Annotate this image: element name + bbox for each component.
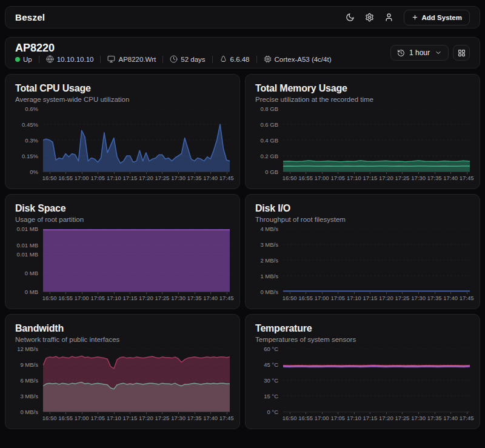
y-axis: 4 MB/s3 MB/s2 MB/s1 MB/s0 MB/s (255, 229, 283, 292)
chart-canvas (283, 229, 470, 292)
theme-toggle-button[interactable] (346, 13, 355, 22)
y-tick-label: 0 MB/s (20, 409, 38, 415)
user-icon (384, 13, 393, 22)
x-tick-mark (146, 172, 147, 174)
x-tick-label: 17:40 (443, 175, 458, 181)
chart-plot-area[interactable]: 16:5016:5517:0017:0517:1017:1517:2017:25… (283, 349, 470, 412)
x-tick-mark (210, 412, 211, 414)
x-tick-label: 17:05 (90, 415, 105, 421)
x-tick-mark (114, 412, 115, 414)
y-tick-label: 0% (30, 169, 38, 175)
chart-title: Disk I/O (255, 203, 470, 214)
chart-title: Temperature (255, 323, 470, 334)
chart-subtitle: Network traffic of public interfaces (15, 336, 230, 343)
x-tick-label: 17:35 (187, 175, 202, 181)
x-tick-mark (210, 292, 211, 294)
system-kernel: 6.6.48 (219, 55, 250, 63)
add-system-button[interactable]: Add System (404, 10, 470, 25)
x-tick-mark (162, 292, 162, 294)
x-tick-mark (402, 412, 403, 414)
x-tick-mark (130, 292, 130, 294)
y-tick-label: 3 MB/s (260, 241, 278, 248)
chart-plot-area[interactable]: 16:5016:5517:0017:0517:1017:1517:2017:25… (43, 229, 230, 292)
x-tick-mark (65, 172, 66, 174)
y-tick-label: 0 MB/s (260, 289, 278, 295)
x-tick-label: 17:35 (187, 295, 202, 301)
x-tick-label: 17:15 (363, 415, 377, 421)
x-tick-mark (306, 292, 306, 294)
chart-plot-area[interactable]: 16:5016:5517:0017:0517:1017:1517:2017:25… (283, 109, 470, 172)
x-tick-label: 17:10 (347, 175, 361, 181)
divider (100, 56, 101, 63)
system-ip-value: 10.10.10.10 (57, 56, 94, 63)
x-tick-label: 17:05 (330, 415, 345, 421)
divider (256, 56, 257, 63)
system-cpu-model: Cortex-A53 (4c/4t) (264, 55, 332, 63)
user-menu-button[interactable] (384, 13, 393, 22)
chart-subtitle: Throughput of root filesystem (255, 216, 470, 223)
y-tick-label: 60 °C (264, 346, 278, 352)
x-tick-label: 17:10 (347, 295, 361, 301)
time-range-select[interactable]: 1 hour (390, 45, 449, 61)
chart-canvas (43, 229, 230, 292)
x-tick-label: 17:45 (219, 415, 234, 421)
y-tick-label: 0 MB (25, 270, 38, 276)
x-tick-label: 17:45 (219, 295, 234, 301)
x-tick-label: 17:15 (122, 295, 137, 301)
x-tick-label: 17:40 (203, 175, 218, 181)
x-tick-mark (178, 292, 179, 294)
y-tick-label: 0.8 GB (260, 105, 278, 112)
chart-plot-area[interactable]: 16:5016:5517:0017:0517:1017:1517:2017:25… (43, 109, 230, 172)
x-tick-label: 17:00 (315, 415, 329, 421)
chart-card-temperature: Temperature Temperatures of system senso… (245, 314, 480, 429)
x-tick-mark (50, 412, 50, 414)
settings-button[interactable] (365, 13, 374, 22)
x-tick-label: 16:55 (298, 295, 313, 301)
y-tick-label: 0.45% (22, 121, 38, 128)
y-tick-label: 0.15% (22, 153, 38, 159)
x-tick-mark (354, 172, 355, 174)
clock-icon (170, 55, 178, 63)
monitor-icon (107, 55, 115, 63)
y-axis: 12 MB/s9 MB/s6 MB/s3 MB/s0 MB/s (15, 349, 43, 412)
x-tick-label: 17:40 (203, 415, 218, 421)
layout-grid-button[interactable] (453, 45, 470, 61)
x-tick-label: 17:45 (460, 175, 474, 181)
y-tick-label: 0.3% (25, 137, 38, 144)
x-tick-label: 17:45 (460, 415, 474, 421)
temperature-chart: 60 °C45 °C30 °C15 °C0 °C16:5016:5517:001… (255, 349, 470, 422)
chart-subtitle: Average system-wide CPU utilization (15, 96, 230, 103)
system-ip: 10.10.10.10 (46, 55, 94, 63)
x-tick-label: 17:40 (203, 295, 218, 301)
x-tick-mark (322, 172, 323, 174)
x-tick-label: 17:00 (75, 295, 89, 301)
x-tick-mark (322, 412, 323, 414)
x-tick-mark (435, 172, 435, 174)
x-tick-label: 17:05 (90, 295, 105, 301)
x-tick-mark (435, 292, 435, 294)
x-tick-label: 17:25 (395, 295, 410, 301)
status-label: Up (23, 56, 32, 63)
x-axis: 16:5016:5517:0017:0517:1017:1517:2017:25… (43, 292, 230, 302)
chevron-down-icon (435, 49, 442, 56)
chart-plot-area[interactable]: 16:5016:5517:0017:0517:1017:1517:2017:25… (43, 349, 230, 412)
status-dot (15, 57, 20, 62)
x-tick-mark (386, 172, 387, 174)
chart-title: Disk Space (15, 203, 230, 214)
y-axis: 60 °C45 °C30 °C15 °C0 °C (255, 349, 283, 412)
x-tick-mark (98, 412, 98, 414)
history-icon (397, 49, 405, 57)
brand-logo[interactable]: Beszel (15, 12, 45, 22)
x-tick-mark (418, 412, 419, 414)
system-info-card: AP8220 Up 10.10.10.10 (5, 37, 480, 69)
x-tick-label: 17:10 (107, 295, 121, 301)
x-tick-mark (322, 292, 323, 294)
x-tick-mark (82, 292, 82, 294)
y-tick-label: 0.6 GB (260, 121, 278, 128)
y-tick-label: 4 MB/s (260, 226, 278, 232)
x-tick-mark (65, 292, 66, 294)
x-tick-label: 17:30 (411, 175, 426, 181)
chart-plot-area[interactable]: 16:5016:5517:0017:0517:1017:1517:2017:25… (283, 229, 470, 292)
x-tick-label: 17:35 (427, 175, 442, 181)
x-tick-label: 17:30 (411, 295, 426, 301)
